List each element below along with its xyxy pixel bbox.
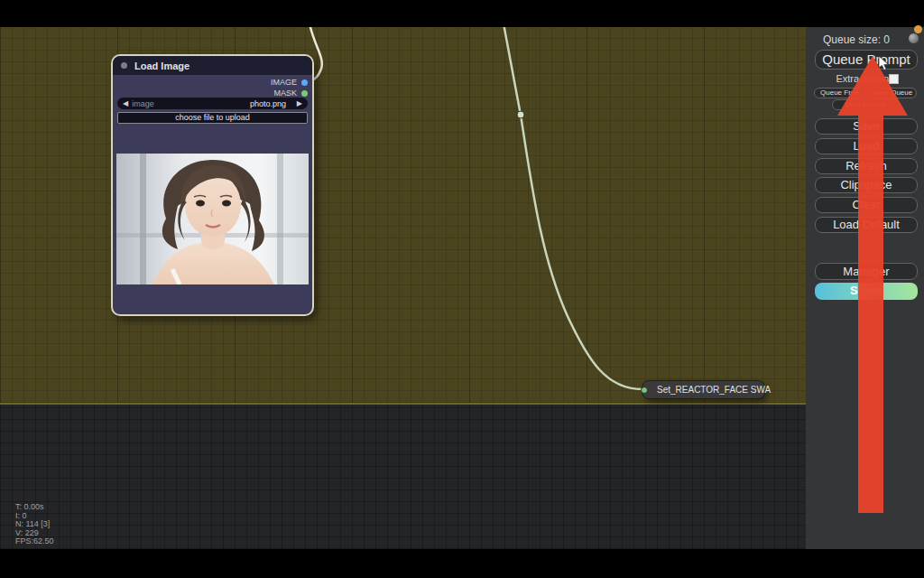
combo-prev-icon[interactable]: ◀ <box>123 98 128 109</box>
extra-options-checkbox[interactable] <box>889 74 899 84</box>
image-output-dot[interactable] <box>301 79 308 86</box>
extra-options-row: Extra options <box>806 73 924 85</box>
queue-front-button[interactable]: Queue Front <box>814 88 867 98</box>
reactor-input-dot[interactable] <box>641 387 648 394</box>
image-preview <box>116 154 309 284</box>
queue-size-label: Queue size: 0 <box>806 33 907 46</box>
extra-options-label: Extra options <box>836 73 893 84</box>
node-title: Set_REACTOR_FACE SWA <box>657 385 771 395</box>
combo-next-icon[interactable]: ▶ <box>297 98 302 109</box>
notification-dot-icon <box>914 25 922 33</box>
node-title-bar[interactable]: Load Image <box>113 56 312 75</box>
comfyui-menu-panel: Queue size: 0 Queue Prompt Extra options… <box>806 27 924 549</box>
canvas-stats-overlay: T: 0.00s I: 0 N: 114 [3] V: 229 FPS:62.5… <box>15 503 54 546</box>
clear-button[interactable]: Clear <box>815 197 918 213</box>
output-slot-image[interactable]: IMAGE <box>271 77 308 88</box>
share-button[interactable]: Share <box>815 283 918 300</box>
mask-output-dot[interactable] <box>301 90 308 97</box>
output-label-mask: MASK <box>273 89 297 98</box>
load-button[interactable]: Load <box>815 138 918 154</box>
portrait-photo <box>116 154 309 284</box>
combo-widget-value: photo.png <box>250 99 286 108</box>
letterbox-bar <box>0 549 924 578</box>
load-default-button[interactable]: Load Default <box>815 217 918 233</box>
queue-prompt-button[interactable]: Queue Prompt <box>815 50 918 70</box>
node-set-reactor-face[interactable]: Set_REACTOR_FACE SWA <box>642 380 765 399</box>
stat-fps: FPS:62.50 <box>15 537 54 546</box>
node-status-dot <box>121 62 127 69</box>
image-combo-widget[interactable]: ◀ image photo.png ▶ <box>117 98 308 109</box>
save-button[interactable]: Save <box>815 118 918 135</box>
settings-gear-icon[interactable] <box>909 33 919 43</box>
choose-file-button[interactable]: choose file to upload <box>117 112 308 124</box>
clipspace-button[interactable]: Clipspace <box>815 177 918 193</box>
app-window: Load Image IMAGE MASK ◀ image photo.png … <box>0 0 924 578</box>
node-graph-canvas[interactable]: Load Image IMAGE MASK ◀ image photo.png … <box>0 27 806 549</box>
manager-button[interactable]: Manager <box>815 263 918 280</box>
refresh-button[interactable]: Refresh <box>815 158 918 174</box>
view-queue-button[interactable]: View Queue <box>869 88 917 98</box>
combo-widget-name: image <box>132 99 154 108</box>
output-label-image: IMAGE <box>271 78 297 87</box>
node-title: Load Image <box>134 61 189 71</box>
node-load-image[interactable]: Load Image IMAGE MASK ◀ image photo.png … <box>111 54 314 316</box>
view-history-button[interactable]: View History <box>832 99 899 110</box>
